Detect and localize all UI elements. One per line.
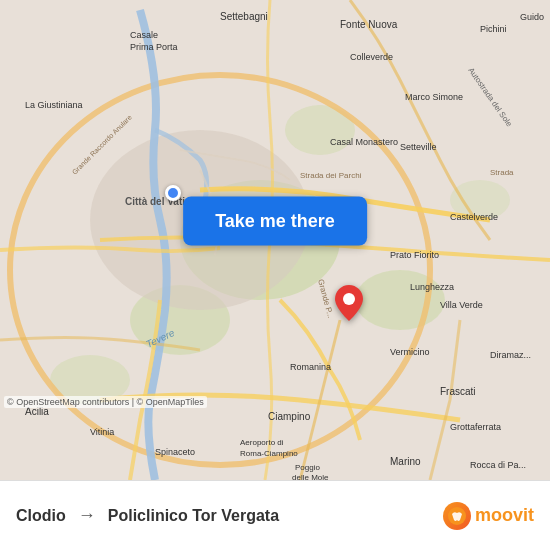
svg-text:Guido: Guido — [520, 12, 544, 22]
moovit-logo: moovit — [443, 502, 534, 530]
svg-text:Castelverde: Castelverde — [450, 212, 498, 222]
svg-text:Casal Monastero: Casal Monastero — [330, 137, 398, 147]
svg-text:Prato Fiorito: Prato Fiorito — [390, 250, 439, 260]
svg-text:Grottaferrata: Grottaferrata — [450, 422, 501, 432]
svg-text:Aeroporto di: Aeroporto di — [240, 438, 284, 447]
svg-text:Diramaz...: Diramaz... — [490, 350, 531, 360]
svg-text:Marco Simone: Marco Simone — [405, 92, 463, 102]
svg-text:Frascati: Frascati — [440, 386, 476, 397]
svg-text:Poggio: Poggio — [295, 463, 320, 472]
destination-marker — [335, 285, 363, 325]
svg-text:Marino: Marino — [390, 456, 421, 467]
svg-text:Spinaceto: Spinaceto — [155, 447, 195, 457]
direction-arrow-icon: → — [78, 505, 96, 526]
svg-text:Fonte Nuova: Fonte Nuova — [340, 19, 398, 30]
svg-text:Settebagni: Settebagni — [220, 11, 268, 22]
moovit-logo-icon — [443, 502, 471, 530]
svg-text:Lunghezza: Lunghezza — [410, 282, 454, 292]
moovit-logo-text: moovit — [475, 505, 534, 526]
destination-label: Policlinico Tor Vergata — [108, 507, 279, 525]
svg-text:La Giustiniana: La Giustiniana — [25, 100, 83, 110]
origin-label: Clodio — [16, 507, 66, 525]
map-attribution: © OpenStreetMap contributors | © OpenMap… — [4, 396, 207, 408]
svg-text:Villa Verde: Villa Verde — [440, 300, 483, 310]
svg-text:Setteville: Setteville — [400, 142, 437, 152]
svg-text:Prima Porta: Prima Porta — [130, 42, 178, 52]
svg-text:delle Mole: delle Mole — [292, 473, 329, 480]
svg-text:Colleverde: Colleverde — [350, 52, 393, 62]
svg-text:Romanina: Romanina — [290, 362, 331, 372]
svg-text:Roma-Ciampino: Roma-Ciampino — [240, 449, 298, 458]
svg-text:Rocca di Pa...: Rocca di Pa... — [470, 460, 526, 470]
bottom-bar: Clodio → Policlinico Tor Vergata moovit — [0, 480, 550, 550]
svg-text:Strada: Strada — [490, 168, 514, 177]
svg-text:Casale: Casale — [130, 30, 158, 40]
svg-text:Vitinia: Vitinia — [90, 427, 114, 437]
origin-marker — [165, 185, 181, 201]
svg-point-47 — [343, 293, 355, 305]
svg-text:Vermicino: Vermicino — [390, 347, 430, 357]
take-me-there-button[interactable]: Take me there — [183, 196, 367, 245]
svg-text:Strada dei Parchi: Strada dei Parchi — [300, 171, 362, 180]
svg-text:Ciampino: Ciampino — [268, 411, 311, 422]
map-container: Città del Vaticano Fonte Nuova Settebagn… — [0, 0, 550, 480]
svg-text:Pichini: Pichini — [480, 24, 507, 34]
